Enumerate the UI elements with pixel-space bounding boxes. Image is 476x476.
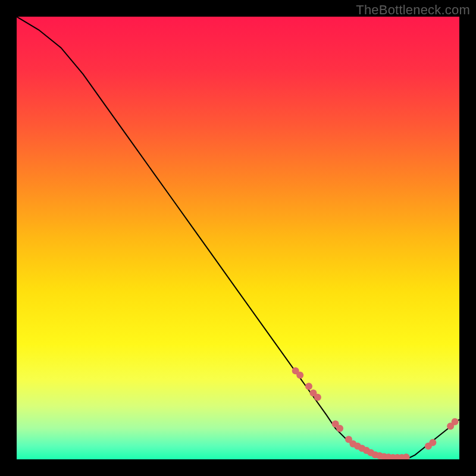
chart-overlay [17, 17, 459, 459]
data-point [403, 453, 410, 459]
data-point [336, 425, 343, 432]
sample-points [292, 367, 459, 459]
watermark-text: TheBottleneck.com [356, 2, 470, 18]
data-point [452, 418, 459, 425]
bottleneck-curve [17, 17, 459, 459]
data-point [296, 372, 303, 379]
data-point [314, 394, 321, 401]
data-point [429, 439, 436, 446]
data-point [305, 383, 312, 390]
plot-area [17, 17, 459, 459]
